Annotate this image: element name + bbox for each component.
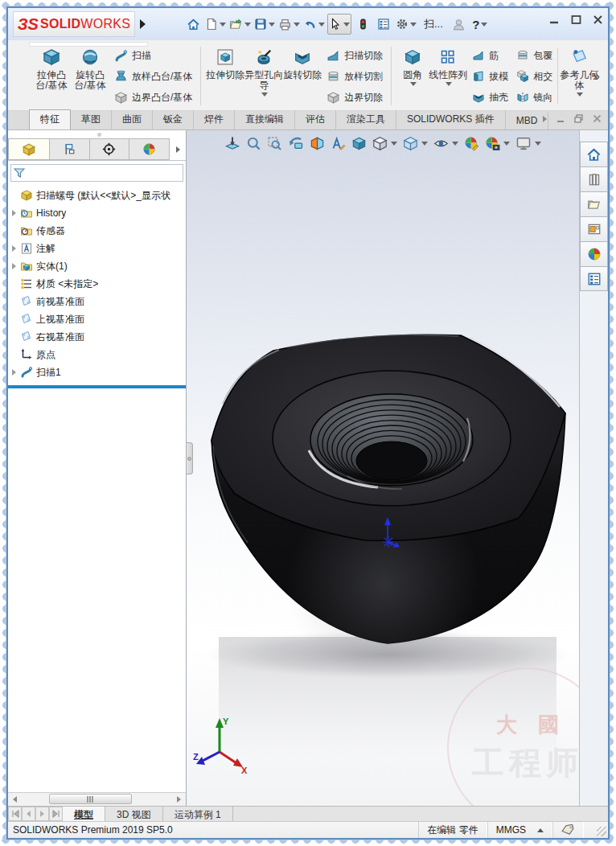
select-tool-button[interactable]	[327, 14, 351, 35]
taskpane-file-explorer-button[interactable]	[580, 191, 608, 216]
expand-arrow-icon[interactable]	[8, 263, 19, 269]
fillet-caret-icon[interactable]	[410, 82, 417, 86]
fillet-button[interactable]: 圆角	[396, 45, 429, 86]
scroll-left-button[interactable]	[8, 793, 22, 806]
undo-button[interactable]	[302, 14, 326, 35]
boundary-boss-button[interactable]: 边界凸台/基体	[111, 87, 195, 108]
print-caret-icon[interactable]	[294, 23, 300, 27]
tree-item-sensors[interactable]: 传感器	[8, 222, 186, 240]
doc-tab-model[interactable]: 模型	[63, 807, 105, 821]
next-tab-button[interactable]	[35, 807, 49, 821]
scroll-right-button[interactable]	[172, 793, 186, 806]
wrap-button[interactable]: 包覆	[513, 45, 556, 66]
tab-weldments[interactable]: 焊件	[194, 110, 235, 129]
last-tab-button[interactable]	[49, 807, 63, 821]
minimize-button[interactable]	[549, 14, 560, 25]
lofted-boss-button[interactable]: 放样凸台/基体	[111, 66, 195, 87]
expand-arrow-icon[interactable]	[8, 369, 19, 376]
extruded-boss-button[interactable]: 拉伸凸台/基体	[32, 45, 71, 91]
tab-sketch[interactable]: 草图	[71, 110, 112, 129]
rib-button[interactable]: 筋	[469, 45, 511, 66]
file-properties-button[interactable]	[374, 14, 393, 35]
open-caret-icon[interactable]	[244, 23, 251, 27]
hole-wizard-button[interactable]: 异型孔向导	[244, 45, 283, 97]
close-button[interactable]	[593, 14, 603, 25]
open-button[interactable]	[228, 14, 252, 35]
taskpane-design-library-button[interactable]	[580, 166, 608, 191]
tree-item-annotations[interactable]: 注解	[8, 240, 186, 257]
undo-caret-icon[interactable]	[318, 23, 325, 27]
save-caret-icon[interactable]	[269, 23, 275, 27]
tree-horizontal-scrollbar[interactable]	[8, 792, 186, 806]
doc-restore-button[interactable]	[574, 114, 583, 123]
mirror-button[interactable]: 镜向	[513, 87, 556, 108]
options-caret-icon[interactable]	[410, 23, 417, 27]
extruded-cut-button[interactable]: 拉伸切除	[206, 45, 244, 80]
help-caret-icon[interactable]	[481, 23, 487, 27]
tab-features[interactable]: 特征	[29, 109, 71, 129]
tab-property-manager[interactable]	[50, 138, 90, 160]
linear-pattern-button[interactable]: 线性阵列	[429, 45, 467, 86]
tree-item-solid-bodies[interactable]: 实体(1)	[8, 257, 186, 275]
tree-item-front-plane[interactable]: 前视基准面	[8, 293, 186, 310]
revolved-cut-button[interactable]: 旋转切除	[283, 45, 322, 80]
menu-flyout-arrow[interactable]	[137, 14, 148, 35]
units-selector[interactable]: MMGS	[487, 822, 552, 838]
tab-surfaces[interactable]: 曲面	[112, 110, 153, 129]
ribbon-overflow-button[interactable]: »	[593, 69, 600, 84]
taskpane-appearances-button[interactable]	[580, 241, 608, 266]
tab-display-manager[interactable]	[129, 138, 170, 160]
reference-geometry-caret-icon[interactable]	[577, 92, 583, 97]
doc-close-button[interactable]	[593, 114, 602, 123]
scrollbar-track[interactable]	[22, 793, 172, 806]
print-button[interactable]	[277, 14, 301, 35]
taskpane-custom-properties-button[interactable]	[580, 266, 608, 291]
tree-item-history[interactable]: History	[8, 204, 186, 222]
taskpane-home-button[interactable]	[580, 142, 608, 166]
new-document-caret-icon[interactable]	[220, 23, 226, 27]
tab-sheet-metal[interactable]: 钣金	[153, 110, 194, 129]
taskpane-view-palette-button[interactable]	[580, 216, 608, 241]
linear-pattern-caret-icon[interactable]	[446, 82, 452, 86]
tree-item-top-plane[interactable]: 上视基准面	[8, 310, 186, 328]
home-button[interactable]	[183, 14, 203, 35]
new-document-button[interactable]	[204, 14, 227, 35]
shell-button[interactable]: 抽壳	[469, 87, 511, 108]
draft-button[interactable]: 拔模	[469, 66, 511, 87]
expand-arrow-icon[interactable]	[8, 210, 19, 216]
expand-arrow-icon[interactable]	[8, 245, 19, 252]
tree-item-sweep1[interactable]: 扫描1	[8, 363, 186, 381]
tree-item-origin[interactable]: 原点	[8, 346, 186, 363]
command-search-input[interactable]: 扫...	[419, 14, 448, 35]
help-button[interactable]: ?	[470, 14, 490, 35]
tags-button[interactable]	[552, 822, 584, 838]
tree-item-material[interactable]: 材质 <未指定>	[8, 275, 186, 293]
doc-minimize-button[interactable]	[556, 115, 565, 123]
options-button[interactable]	[395, 14, 417, 35]
revolved-boss-button[interactable]: 旋转凸台/基体	[71, 45, 109, 91]
resize-grip[interactable]	[597, 827, 606, 836]
scrollbar-thumb[interactable]	[49, 794, 132, 804]
select-caret-icon[interactable]	[343, 23, 350, 27]
maximize-button[interactable]	[571, 14, 581, 25]
swept-cut-button[interactable]: 扫描切除	[323, 45, 386, 66]
save-button[interactable]	[253, 14, 276, 35]
intersect-button[interactable]: 相交	[513, 66, 556, 87]
doc-tab-motion-study[interactable]: 运动算例 1	[163, 807, 233, 821]
tree-root[interactable]: 扫描螺母 (默认<<默认>_显示状	[8, 187, 186, 204]
tab-configuration-manager[interactable]	[90, 138, 130, 160]
tab-solidworks-addins[interactable]: SOLIDWORKS 插件	[396, 110, 506, 129]
swept-boss-button[interactable]: 扫描	[111, 45, 195, 66]
panel-expand-arrow[interactable]	[170, 138, 186, 160]
previous-tab-button[interactable]	[22, 807, 35, 821]
panel-splitter-handle[interactable]	[187, 442, 193, 474]
boundary-cut-button[interactable]: 边界切除	[323, 87, 386, 108]
tab-scroll-icon[interactable]	[543, 116, 547, 122]
doc-tab-3d-views[interactable]: 3D 视图	[105, 807, 163, 821]
panel-splitter-dot[interactable]	[97, 133, 101, 137]
tab-direct-editing[interactable]: 直接编辑	[235, 110, 295, 129]
tree-item-right-plane[interactable]: 右视基准面	[8, 328, 186, 346]
tree-filter-input[interactable]	[10, 164, 183, 182]
rebuild-button[interactable]	[353, 14, 372, 35]
lofted-cut-button[interactable]: 放样切割	[323, 66, 386, 87]
